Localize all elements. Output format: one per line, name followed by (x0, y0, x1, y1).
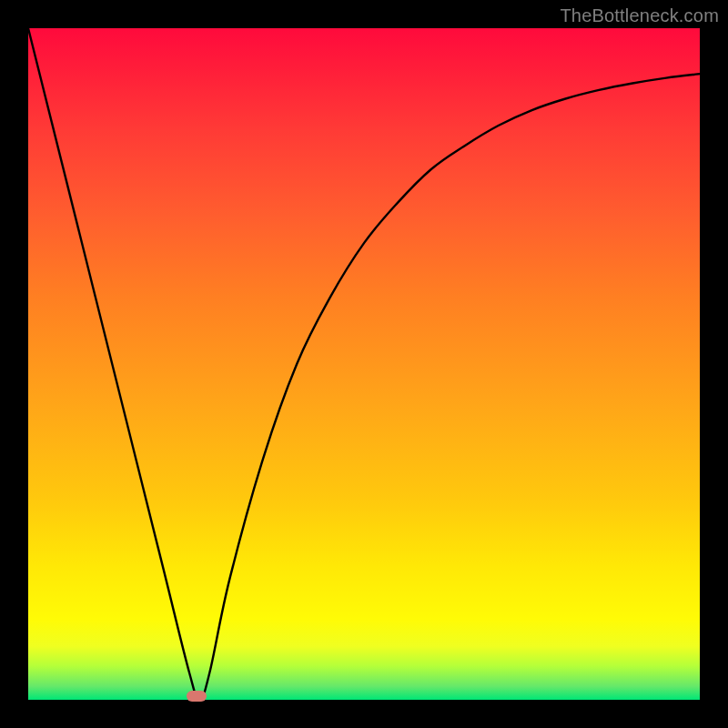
chart-frame: TheBottleneck.com (0, 0, 728, 728)
attribution-text: TheBottleneck.com (560, 5, 719, 26)
plot-area (28, 28, 700, 700)
optimal-point-marker (187, 691, 207, 702)
bottleneck-curve (28, 28, 700, 700)
